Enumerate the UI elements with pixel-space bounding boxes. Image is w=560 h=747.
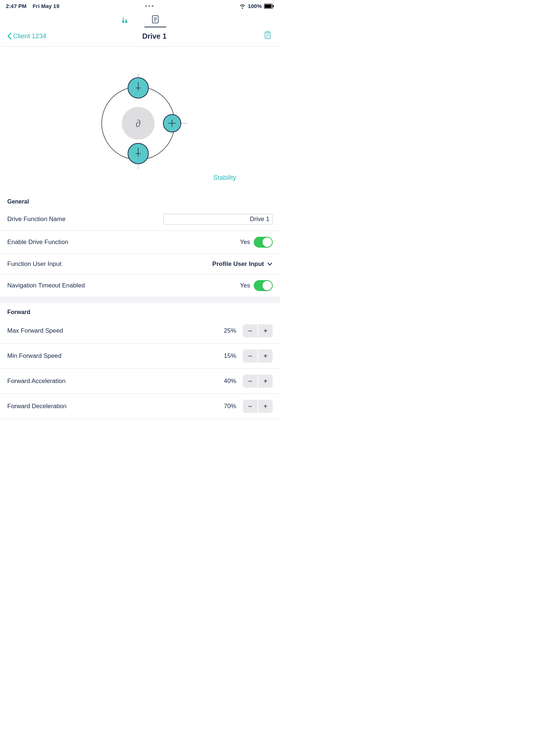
status-time: 2:47 PM Fri May 19 (6, 3, 59, 9)
function-user-input-value: Profile User Input (212, 260, 264, 268)
label-min-forward-speed: Min Forward Speed (7, 352, 61, 360)
row-min-forward-speed: Min Forward Speed 15% − + (0, 344, 280, 369)
page-title: Drive 1 (142, 32, 167, 40)
clipboard-button[interactable] (262, 30, 273, 42)
label-forward-acceleration: Forward Acceleration (7, 378, 66, 385)
value-drive-function-name[interactable] (149, 214, 273, 225)
svg-rect-1 (273, 5, 274, 7)
svg-point-3 (122, 21, 124, 23)
forward-deceleration-value: 70% (220, 403, 236, 410)
row-enable-drive-function: Enable Drive Function Yes (0, 231, 280, 254)
row-max-forward-speed: Max Forward Speed 25% − + (0, 318, 280, 344)
value-forward-acceleration: 40% − + (220, 375, 273, 388)
drive-function-name-input[interactable] (163, 214, 273, 225)
value-forward-deceleration: 70% − + (220, 400, 273, 413)
section-divider (0, 297, 280, 303)
tab-document[interactable] (144, 12, 166, 27)
min-forward-speed-increment[interactable]: + (258, 349, 273, 363)
row-drive-function-name: Drive Function Name (0, 208, 280, 231)
tab-bar (0, 11, 280, 27)
forward-acceleration-decrement[interactable]: − (243, 375, 257, 388)
status-right: 100% (239, 3, 274, 9)
value-enable-drive-function: Yes (240, 237, 273, 248)
enable-drive-function-yes: Yes (240, 239, 250, 246)
status-dots (145, 5, 153, 7)
diagram-area: ∂ Stability (0, 47, 280, 193)
navigation-timeout-toggle[interactable] (254, 280, 273, 291)
drive-diagram: ∂ (82, 56, 198, 187)
navigation-timeout-yes: Yes (240, 282, 250, 289)
min-forward-speed-decrement[interactable]: − (243, 349, 257, 363)
label-navigation-timeout: Navigation Timeout Enabled (7, 282, 85, 289)
max-forward-speed-value: 25% (220, 327, 236, 334)
forward-acceleration-increment[interactable]: + (258, 375, 273, 388)
value-max-forward-speed: 25% − + (220, 324, 273, 337)
svg-point-4 (125, 21, 127, 23)
battery-percent: 100% (248, 3, 262, 9)
label-forward-deceleration: Forward Deceleration (7, 403, 67, 410)
min-forward-speed-value: 15% (220, 352, 236, 360)
section-general: General (0, 193, 280, 208)
battery-icon (264, 4, 274, 9)
row-forward-deceleration: Forward Deceleration 70% − + (0, 394, 280, 419)
value-min-forward-speed: 15% − + (220, 349, 273, 363)
section-forward: Forward (0, 303, 280, 318)
tab-controls[interactable] (114, 12, 136, 27)
min-forward-speed-stepper: − + (243, 349, 273, 363)
row-function-user-input: Function User Input Profile User Input (0, 254, 280, 274)
stability-label: Stability (213, 174, 236, 182)
forward-acceleration-value: 40% (220, 378, 236, 385)
max-forward-speed-stepper: − + (243, 324, 273, 337)
label-enable-drive-function: Enable Drive Function (7, 239, 68, 246)
back-label: Client 1234 (13, 32, 46, 40)
function-user-input-dropdown[interactable]: Profile User Input (212, 260, 273, 268)
svg-rect-12 (266, 31, 269, 33)
back-button[interactable]: Client 1234 (7, 32, 46, 40)
chevron-down-icon (267, 261, 273, 267)
wifi-icon (239, 4, 246, 9)
label-max-forward-speed: Max Forward Speed (7, 327, 63, 334)
forward-deceleration-stepper: − + (243, 400, 273, 413)
enable-drive-function-toggle[interactable] (254, 237, 273, 248)
status-bar: 2:47 PM Fri May 19 100% (0, 0, 280, 11)
label-drive-function-name: Drive Function Name (7, 216, 66, 223)
svg-rect-2 (265, 4, 272, 8)
max-forward-speed-increment[interactable]: + (258, 324, 273, 337)
value-navigation-timeout: Yes (240, 280, 273, 291)
max-forward-speed-decrement[interactable]: − (243, 324, 257, 337)
svg-text:∂: ∂ (136, 118, 141, 129)
row-forward-acceleration: Forward Acceleration 40% − + (0, 369, 280, 394)
nav-header: Client 1234 Drive 1 (0, 27, 280, 47)
forward-acceleration-stepper: − + (243, 375, 273, 388)
forward-deceleration-increment[interactable]: + (258, 400, 273, 413)
row-navigation-timeout: Navigation Timeout Enabled Yes (0, 274, 280, 297)
forward-deceleration-decrement[interactable]: − (243, 400, 257, 413)
label-function-user-input: Function User Input (7, 260, 61, 268)
